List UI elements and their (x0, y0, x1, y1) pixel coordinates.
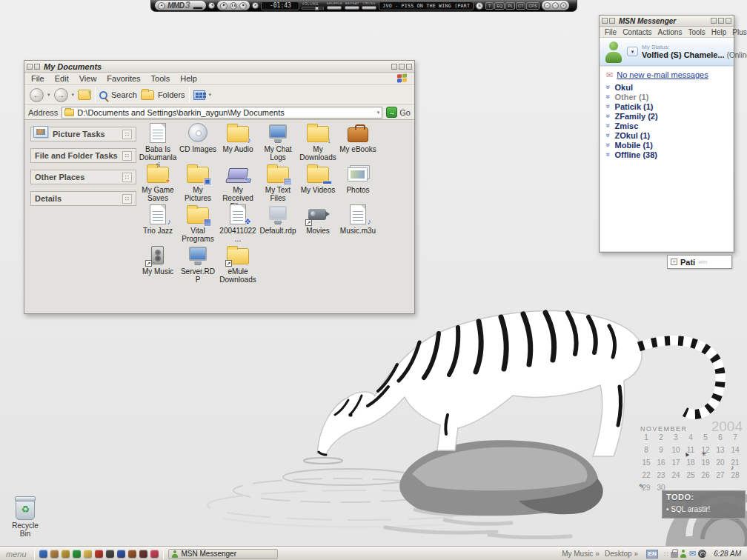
file-icon-item[interactable]: My Chat Logs (258, 121, 298, 162)
contact-group[interactable]: Zmisc (600, 121, 733, 130)
previous-button[interactable] (208, 2, 215, 9)
start-menu-button[interactable]: menu (3, 550, 30, 559)
player-shade-button[interactable]: ▫ (552, 2, 559, 9)
task-panel-other-places[interactable]: Other Places∷ (30, 170, 136, 184)
file-icon-item[interactable]: CD Images (178, 121, 218, 162)
quick-launch-icon-9[interactable] (128, 550, 136, 558)
volume-knob[interactable] (315, 7, 319, 10)
menu-item[interactable]: View (79, 74, 97, 83)
menu-item[interactable]: Contacts (622, 28, 651, 36)
file-icon-item[interactable]: ↗Movies (298, 203, 338, 244)
menu-item[interactable]: File (31, 74, 44, 83)
file-icon-item[interactable]: ▣My Pictures (178, 162, 218, 203)
taskbar-toolbar-title[interactable]: Desktop (605, 550, 638, 558)
window-pin-icon[interactable] (34, 64, 40, 70)
forward-button[interactable]: → (54, 88, 68, 102)
file-icon-item[interactable]: ▤My Text Files (258, 162, 298, 203)
quick-launch-icon-11[interactable] (150, 550, 159, 558)
equalizer-button[interactable]: E (476, 2, 483, 10)
quick-launch-icon-1[interactable] (39, 550, 47, 558)
next-button[interactable] (252, 2, 259, 9)
maximize-button[interactable] (399, 64, 405, 70)
window-pin-icon[interactable] (609, 18, 615, 24)
shuffle-toggle[interactable] (327, 6, 342, 10)
file-icon-item[interactable]: Default.rdp (258, 203, 298, 244)
file-icon-item[interactable]: ✦My Game Saves (138, 162, 178, 203)
back-dropdown-icon[interactable]: ▾ (47, 92, 50, 98)
pati-search-box[interactable]: + Pati win (667, 255, 732, 269)
up-button[interactable] (78, 90, 91, 100)
quick-launch-icon-10[interactable] (139, 550, 147, 558)
swirl-tray-icon[interactable] (698, 550, 706, 558)
quick-launch-icon-8[interactable] (117, 550, 125, 558)
file-icon-item[interactable]: Server.RDP (178, 244, 218, 284)
language-indicator[interactable]: EN (646, 550, 658, 559)
task-panel-file-and-folder-tasks[interactable]: File and Folder Tasks∷ (30, 148, 136, 163)
expand-icon[interactable]: + (671, 259, 677, 265)
address-dropdown-icon[interactable]: ▾ (377, 110, 380, 116)
player-panel-button[interactable]: PL (505, 2, 515, 10)
cross-toggle[interactable] (362, 6, 376, 10)
contact-group[interactable]: Mobile (1) (600, 140, 733, 150)
repeat-toggle[interactable] (345, 6, 359, 10)
repeat-button[interactable]: REPEAT (345, 1, 359, 10)
play-button[interactable] (220, 2, 228, 10)
player-panel-button[interactable]: EQ (494, 2, 505, 10)
minimize-button[interactable] (391, 64, 397, 70)
email-link[interactable]: No new e-mail messages (617, 70, 708, 79)
menu-item[interactable]: Actions (658, 28, 683, 36)
open-button[interactable] (193, 7, 203, 10)
folders-icon[interactable] (141, 90, 154, 100)
menu-item[interactable]: Tools (688, 28, 705, 36)
menu-item[interactable]: Help (711, 28, 727, 36)
mail-tray-icon[interactable]: ✉ (689, 550, 696, 558)
file-icon-item[interactable]: ♪Trio Jazz (138, 203, 178, 244)
panel-expand-button[interactable]: ∷ (122, 151, 132, 161)
file-icon-item[interactable]: ❖200411022... (218, 203, 258, 244)
email-row[interactable]: ✉ No new e-mail messages (600, 69, 733, 82)
menu-item[interactable]: Help (180, 74, 197, 83)
search-button-label[interactable]: Search (111, 90, 137, 99)
clock[interactable]: 6:28 AM (714, 550, 741, 558)
file-icon-item[interactable]: ♪My Audio (218, 121, 258, 162)
panel-expand-button[interactable]: ∷ (122, 173, 132, 182)
file-icon-item[interactable]: ✎My Received Files (218, 162, 258, 203)
file-icon-item[interactable]: My eBooks (338, 121, 378, 162)
menu-item[interactable]: Tools (151, 74, 170, 83)
taskbar-toolbar-title[interactable]: My Music (562, 550, 600, 558)
player-minimize-button[interactable]: – (544, 2, 551, 9)
eject-button[interactable] (158, 2, 165, 10)
file-icon-item[interactable]: ↗My Music (138, 244, 178, 284)
open-control[interactable]: OPEN (193, 2, 204, 10)
file-icon-item[interactable]: ♪Music.m3u (338, 203, 378, 244)
address-input[interactable]: D:\Documents and Settings\barkin_aygun\M… (62, 107, 382, 119)
status-name[interactable]: Volfied (S) Chamele... (642, 50, 725, 59)
forward-dropdown-icon[interactable]: ▾ (72, 92, 75, 98)
contact-group[interactable]: Okul (600, 82, 733, 92)
task-panel-details[interactable]: Details∷ (30, 191, 136, 206)
padlock-icon[interactable] (671, 552, 678, 558)
quick-launch-icon-3[interactable] (62, 550, 70, 558)
shuffle-button[interactable]: SHUFFLE (326, 1, 342, 10)
messenger-tray-icon[interactable] (680, 550, 687, 558)
close-button[interactable] (726, 18, 731, 24)
quick-launch-icon-5[interactable] (84, 550, 92, 558)
contact-group[interactable]: Other (1) (600, 92, 733, 101)
contact-group[interactable]: Paticik (1) (600, 101, 733, 111)
quick-launch-icon-6[interactable] (95, 550, 103, 558)
search-icon[interactable] (99, 91, 107, 99)
views-icon[interactable] (193, 90, 205, 100)
cross-button[interactable]: CROSS (362, 1, 376, 10)
minimize-button[interactable] (711, 18, 717, 24)
folders-button-label[interactable]: Folders (158, 90, 185, 99)
quick-launch-icon-2[interactable] (50, 550, 59, 558)
recycle-bin[interactable]: ♻ Recycle Bin (6, 498, 44, 538)
window-menu-icon[interactable] (27, 64, 33, 70)
player-panel-button[interactable]: CT (516, 2, 525, 10)
explorer-titlebar[interactable]: My Documents (24, 61, 414, 73)
maximize-button[interactable] (718, 18, 724, 24)
pause-button[interactable] (230, 2, 237, 10)
quick-launch-icon-7[interactable] (106, 550, 114, 558)
file-icon-item[interactable]: Photos (338, 162, 378, 203)
messenger-titlebar[interactable]: MSN Messenger (600, 16, 734, 27)
